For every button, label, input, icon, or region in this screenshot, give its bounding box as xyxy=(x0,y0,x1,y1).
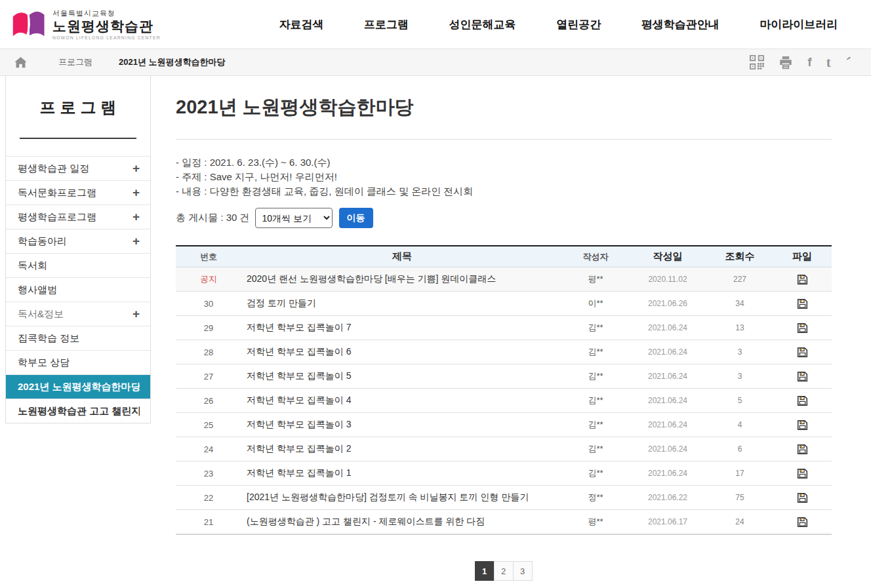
facebook-icon[interactable]: f xyxy=(807,54,811,71)
sidebar-item[interactable]: 평생학습관 일정+ xyxy=(6,156,150,180)
table-row: 27저학년 학부모 집콕놀이 5김**2021.06.243 xyxy=(176,364,832,389)
nav-item-자료검색[interactable]: 자료검색 xyxy=(279,17,324,32)
page-button-2[interactable]: 2 xyxy=(494,561,514,581)
file-attachment-icon[interactable] xyxy=(797,274,808,285)
post-number: 22 xyxy=(176,493,241,503)
home-icon[interactable] xyxy=(14,57,27,68)
site-logo[interactable]: 서울특별시교육청 노원평생학습관 NOWON LIFELONG LEARNING… xyxy=(12,9,161,39)
nav-item-평생학습관안내[interactable]: 평생학습관안내 xyxy=(641,17,719,32)
nav-item-성인문해교육[interactable]: 성인문해교육 xyxy=(449,17,516,32)
post-file-cell xyxy=(773,420,832,431)
expand-plus-icon: + xyxy=(132,307,140,321)
per-page-select[interactable]: 10개씩 보기 xyxy=(255,208,333,228)
sidebar-item[interactable]: 노원평생학습관 고고 챌린지 xyxy=(6,399,150,423)
sidebar-item[interactable]: 2021년 노원평생학습한마당 xyxy=(6,374,150,399)
col-header-views: 조회수 xyxy=(707,250,773,263)
post-title-link[interactable]: (노원평생학습관 ) 고고 챌린지 - 제로웨이스트를 위한 다짐 xyxy=(241,516,563,528)
sidebar-menu: 평생학습관 일정+독서문화프로그램+평생학습프로그램+학습동아리+독서회행사앨범… xyxy=(6,156,150,423)
file-attachment-icon[interactable] xyxy=(797,468,808,479)
file-attachment-icon[interactable] xyxy=(797,347,808,358)
file-attachment-icon[interactable] xyxy=(797,420,808,431)
qr-code-icon[interactable] xyxy=(750,54,764,71)
post-title-link[interactable]: 저학년 학부모 집콕놀이 6 xyxy=(241,346,563,358)
post-views: 5 xyxy=(707,396,773,405)
post-title-link[interactable]: 검정 토끼 만들기 xyxy=(241,298,563,309)
twitter-icon[interactable]: t xyxy=(826,54,831,71)
post-number: 29 xyxy=(176,323,241,333)
post-date: 2021.06.24 xyxy=(628,396,707,405)
post-file-cell xyxy=(773,517,832,528)
post-writer: 김** xyxy=(563,443,628,455)
total-posts-label: 총 게시물 : 30 건 xyxy=(176,212,250,224)
logo-book-icon xyxy=(12,9,47,39)
post-number: 24 xyxy=(176,444,241,454)
sidebar-item[interactable]: 독서문화프로그램+ xyxy=(6,180,150,205)
sidebar-item-label: 학부모 상담 xyxy=(18,357,140,369)
post-file-cell xyxy=(773,395,832,406)
post-writer: 김** xyxy=(563,419,628,431)
breadcrumb-current: 2021년 노원평생학습한마당 xyxy=(119,56,226,68)
table-row: 24저학년 학부모 집콕놀이 2김**2021.06.246 xyxy=(176,437,832,461)
post-title-link[interactable]: 저학년 학부모 집콕놀이 3 xyxy=(241,419,563,431)
sidebar-item-label: 노원평생학습관 고고 챌린지 xyxy=(18,405,140,418)
sidebar-item-label: 2021년 노원평생학습한마당 xyxy=(18,381,140,393)
sidebar-item[interactable]: 학부모 상담 xyxy=(6,350,150,374)
post-title-link[interactable]: 저학년 학부모 집콕놀이 1 xyxy=(241,467,563,479)
nav-item-프로그램[interactable]: 프로그램 xyxy=(364,17,409,32)
col-header-writer: 작성자 xyxy=(563,251,628,263)
post-file-cell xyxy=(773,274,832,285)
post-views: 13 xyxy=(707,323,773,332)
sidebar-item[interactable]: 행사앨범 xyxy=(6,277,150,302)
page-button-1[interactable]: 1 xyxy=(475,561,495,581)
sidebar-item-label: 평생학습관 일정 xyxy=(18,163,132,175)
post-title-link[interactable]: 저학년 학부모 집콕놀이 2 xyxy=(241,443,563,455)
sidebar-item[interactable]: 집콕학습 정보 xyxy=(6,326,150,350)
post-number: 25 xyxy=(176,420,241,430)
post-file-cell xyxy=(773,323,832,334)
file-attachment-icon[interactable] xyxy=(797,298,808,309)
sidebar-item[interactable]: 독서&정보+ xyxy=(6,302,150,326)
nav-item-열린공간[interactable]: 열린공간 xyxy=(556,17,601,32)
file-attachment-icon[interactable] xyxy=(797,492,808,503)
post-title-link[interactable]: 저학년 학부모 집콕놀이 7 xyxy=(241,322,563,334)
col-header-no: 번호 xyxy=(176,251,241,263)
sidebar-item-label: 평생학습프로그램 xyxy=(18,211,132,224)
go-button[interactable]: 이동 xyxy=(339,208,373,228)
sidebar-item[interactable]: 독서회 xyxy=(6,253,150,277)
post-writer: 김** xyxy=(563,370,628,382)
file-attachment-icon[interactable] xyxy=(797,444,808,455)
post-date: 2021.06.24 xyxy=(628,444,707,454)
sidebar-item-label: 독서회 xyxy=(18,260,140,272)
table-row: 22[2021년 노원평생학습한마당] 검정토끼 속 비닐봉지 토끼 인형 만들… xyxy=(176,486,832,510)
post-file-cell xyxy=(773,444,832,455)
post-date: 2021.06.24 xyxy=(628,372,707,381)
table-row: 26저학년 학부모 집콕놀이 4김**2021.06.245 xyxy=(176,389,832,413)
post-views: 24 xyxy=(707,517,773,526)
post-number: 28 xyxy=(176,347,241,357)
post-title-link[interactable]: 2020년 랜선 노원평생학습한마당 [배우는 기쁨] 원데이클래스 xyxy=(241,273,563,285)
post-title-link[interactable]: 저학년 학부모 집콕놀이 4 xyxy=(241,395,563,406)
file-attachment-icon[interactable] xyxy=(797,517,808,528)
nav-item-마이라이브러리[interactable]: 마이라이브러리 xyxy=(760,17,838,32)
print-icon[interactable] xyxy=(779,54,793,71)
page-button-3[interactable]: 3 xyxy=(513,561,533,581)
file-attachment-icon[interactable] xyxy=(797,323,808,334)
post-date: 2021.06.24 xyxy=(628,347,707,357)
post-number: 30 xyxy=(176,299,241,309)
file-attachment-icon[interactable] xyxy=(797,395,808,406)
post-views: 6 xyxy=(707,444,773,454)
post-date: 2021.06.24 xyxy=(628,420,707,429)
sidebar-item[interactable]: 학습동아리+ xyxy=(6,229,150,253)
post-file-cell xyxy=(773,468,832,479)
expand-plus-icon: + xyxy=(132,234,140,248)
file-attachment-icon[interactable] xyxy=(797,371,808,382)
kakaostory-icon[interactable]: ’ xyxy=(845,54,853,71)
post-title-link[interactable]: [2021년 노원평생학습한마당] 검정토끼 속 비닐봉지 토끼 인형 만들기 xyxy=(241,492,563,503)
post-date: 2021.06.24 xyxy=(628,469,707,478)
post-title-link[interactable]: 저학년 학부모 집콕놀이 5 xyxy=(241,370,563,382)
breadcrumb-parent[interactable]: 프로그램 xyxy=(58,56,92,68)
post-number: 27 xyxy=(176,372,241,382)
table-body: 공지2020년 랜선 노원평생학습한마당 [배우는 기쁨] 원데이클래스평**2… xyxy=(176,267,832,534)
post-writer: 평** xyxy=(563,273,628,285)
sidebar-item[interactable]: 평생학습프로그램+ xyxy=(6,205,150,229)
